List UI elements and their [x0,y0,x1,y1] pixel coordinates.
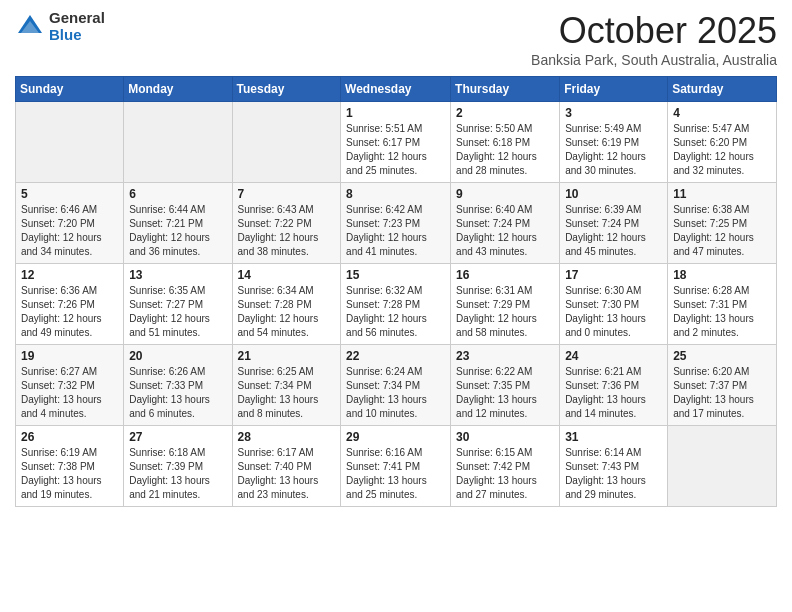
day-info: Sunrise: 6:39 AM Sunset: 7:24 PM Dayligh… [565,203,662,259]
calendar-day-cell: 4Sunrise: 5:47 AM Sunset: 6:20 PM Daylig… [668,102,777,183]
calendar-week-row: 19Sunrise: 6:27 AM Sunset: 7:32 PM Dayli… [16,345,777,426]
day-number: 12 [21,268,118,282]
day-number: 15 [346,268,445,282]
calendar-day-cell: 8Sunrise: 6:42 AM Sunset: 7:23 PM Daylig… [341,183,451,264]
title-block: October 2025 Banksia Park, South Austral… [531,10,777,68]
day-info: Sunrise: 6:24 AM Sunset: 7:34 PM Dayligh… [346,365,445,421]
day-number: 18 [673,268,771,282]
day-info: Sunrise: 6:19 AM Sunset: 7:38 PM Dayligh… [21,446,118,502]
calendar-day-cell: 21Sunrise: 6:25 AM Sunset: 7:34 PM Dayli… [232,345,341,426]
day-info: Sunrise: 6:36 AM Sunset: 7:26 PM Dayligh… [21,284,118,340]
day-info: Sunrise: 6:31 AM Sunset: 7:29 PM Dayligh… [456,284,554,340]
day-info: Sunrise: 6:43 AM Sunset: 7:22 PM Dayligh… [238,203,336,259]
calendar-day-cell: 25Sunrise: 6:20 AM Sunset: 7:37 PM Dayli… [668,345,777,426]
day-info: Sunrise: 6:26 AM Sunset: 7:33 PM Dayligh… [129,365,226,421]
day-number: 11 [673,187,771,201]
calendar-day-cell: 31Sunrise: 6:14 AM Sunset: 7:43 PM Dayli… [560,426,668,507]
calendar-day-cell: 16Sunrise: 6:31 AM Sunset: 7:29 PM Dayli… [451,264,560,345]
day-info: Sunrise: 6:30 AM Sunset: 7:30 PM Dayligh… [565,284,662,340]
calendar-day-cell: 28Sunrise: 6:17 AM Sunset: 7:40 PM Dayli… [232,426,341,507]
day-info: Sunrise: 6:35 AM Sunset: 7:27 PM Dayligh… [129,284,226,340]
day-number: 6 [129,187,226,201]
calendar-day-cell: 13Sunrise: 6:35 AM Sunset: 7:27 PM Dayli… [124,264,232,345]
day-number: 24 [565,349,662,363]
logo: General Blue [15,10,105,43]
day-number: 21 [238,349,336,363]
day-number: 28 [238,430,336,444]
day-info: Sunrise: 5:47 AM Sunset: 6:20 PM Dayligh… [673,122,771,178]
day-info: Sunrise: 6:44 AM Sunset: 7:21 PM Dayligh… [129,203,226,259]
logo-icon [15,12,45,42]
day-info: Sunrise: 6:42 AM Sunset: 7:23 PM Dayligh… [346,203,445,259]
calendar-day-cell: 20Sunrise: 6:26 AM Sunset: 7:33 PM Dayli… [124,345,232,426]
calendar-day-cell [16,102,124,183]
day-number: 27 [129,430,226,444]
day-of-week-header: Friday [560,77,668,102]
day-info: Sunrise: 6:32 AM Sunset: 7:28 PM Dayligh… [346,284,445,340]
day-number: 7 [238,187,336,201]
calendar-table: SundayMondayTuesdayWednesdayThursdayFrid… [15,76,777,507]
calendar-day-cell: 19Sunrise: 6:27 AM Sunset: 7:32 PM Dayli… [16,345,124,426]
day-info: Sunrise: 5:49 AM Sunset: 6:19 PM Dayligh… [565,122,662,178]
calendar-day-cell: 30Sunrise: 6:15 AM Sunset: 7:42 PM Dayli… [451,426,560,507]
day-info: Sunrise: 6:34 AM Sunset: 7:28 PM Dayligh… [238,284,336,340]
day-info: Sunrise: 6:15 AM Sunset: 7:42 PM Dayligh… [456,446,554,502]
day-number: 20 [129,349,226,363]
calendar-day-cell [124,102,232,183]
day-of-week-header: Wednesday [341,77,451,102]
calendar-day-cell [232,102,341,183]
day-number: 9 [456,187,554,201]
calendar-day-cell: 7Sunrise: 6:43 AM Sunset: 7:22 PM Daylig… [232,183,341,264]
calendar-day-cell: 3Sunrise: 5:49 AM Sunset: 6:19 PM Daylig… [560,102,668,183]
day-info: Sunrise: 6:18 AM Sunset: 7:39 PM Dayligh… [129,446,226,502]
day-number: 5 [21,187,118,201]
header: General Blue October 2025 Banksia Park, … [15,10,777,68]
calendar-day-cell: 26Sunrise: 6:19 AM Sunset: 7:38 PM Dayli… [16,426,124,507]
calendar-day-cell: 15Sunrise: 6:32 AM Sunset: 7:28 PM Dayli… [341,264,451,345]
calendar-day-cell: 2Sunrise: 5:50 AM Sunset: 6:18 PM Daylig… [451,102,560,183]
day-of-week-header: Thursday [451,77,560,102]
page: General Blue October 2025 Banksia Park, … [0,0,792,612]
day-info: Sunrise: 6:25 AM Sunset: 7:34 PM Dayligh… [238,365,336,421]
location-subtitle: Banksia Park, South Australia, Australia [531,52,777,68]
calendar-day-cell: 6Sunrise: 6:44 AM Sunset: 7:21 PM Daylig… [124,183,232,264]
day-number: 25 [673,349,771,363]
day-of-week-header: Monday [124,77,232,102]
day-info: Sunrise: 6:17 AM Sunset: 7:40 PM Dayligh… [238,446,336,502]
day-info: Sunrise: 5:51 AM Sunset: 6:17 PM Dayligh… [346,122,445,178]
day-info: Sunrise: 6:38 AM Sunset: 7:25 PM Dayligh… [673,203,771,259]
day-of-week-header: Saturday [668,77,777,102]
logo-text: General Blue [49,10,105,43]
day-info: Sunrise: 6:46 AM Sunset: 7:20 PM Dayligh… [21,203,118,259]
calendar-day-cell: 29Sunrise: 6:16 AM Sunset: 7:41 PM Dayli… [341,426,451,507]
month-title: October 2025 [531,10,777,52]
day-of-week-header: Sunday [16,77,124,102]
day-info: Sunrise: 6:22 AM Sunset: 7:35 PM Dayligh… [456,365,554,421]
calendar-header-row: SundayMondayTuesdayWednesdayThursdayFrid… [16,77,777,102]
day-number: 31 [565,430,662,444]
calendar-day-cell: 12Sunrise: 6:36 AM Sunset: 7:26 PM Dayli… [16,264,124,345]
day-info: Sunrise: 6:16 AM Sunset: 7:41 PM Dayligh… [346,446,445,502]
day-of-week-header: Tuesday [232,77,341,102]
calendar-day-cell: 23Sunrise: 6:22 AM Sunset: 7:35 PM Dayli… [451,345,560,426]
day-info: Sunrise: 6:27 AM Sunset: 7:32 PM Dayligh… [21,365,118,421]
calendar-week-row: 26Sunrise: 6:19 AM Sunset: 7:38 PM Dayli… [16,426,777,507]
calendar-day-cell: 9Sunrise: 6:40 AM Sunset: 7:24 PM Daylig… [451,183,560,264]
day-info: Sunrise: 6:40 AM Sunset: 7:24 PM Dayligh… [456,203,554,259]
day-number: 1 [346,106,445,120]
day-number: 8 [346,187,445,201]
day-info: Sunrise: 5:50 AM Sunset: 6:18 PM Dayligh… [456,122,554,178]
day-number: 4 [673,106,771,120]
calendar-day-cell: 5Sunrise: 6:46 AM Sunset: 7:20 PM Daylig… [16,183,124,264]
calendar-day-cell: 14Sunrise: 6:34 AM Sunset: 7:28 PM Dayli… [232,264,341,345]
day-number: 3 [565,106,662,120]
calendar-day-cell: 10Sunrise: 6:39 AM Sunset: 7:24 PM Dayli… [560,183,668,264]
day-number: 17 [565,268,662,282]
day-number: 22 [346,349,445,363]
day-number: 23 [456,349,554,363]
calendar-day-cell: 18Sunrise: 6:28 AM Sunset: 7:31 PM Dayli… [668,264,777,345]
day-number: 19 [21,349,118,363]
day-info: Sunrise: 6:14 AM Sunset: 7:43 PM Dayligh… [565,446,662,502]
calendar-day-cell: 27Sunrise: 6:18 AM Sunset: 7:39 PM Dayli… [124,426,232,507]
day-number: 10 [565,187,662,201]
